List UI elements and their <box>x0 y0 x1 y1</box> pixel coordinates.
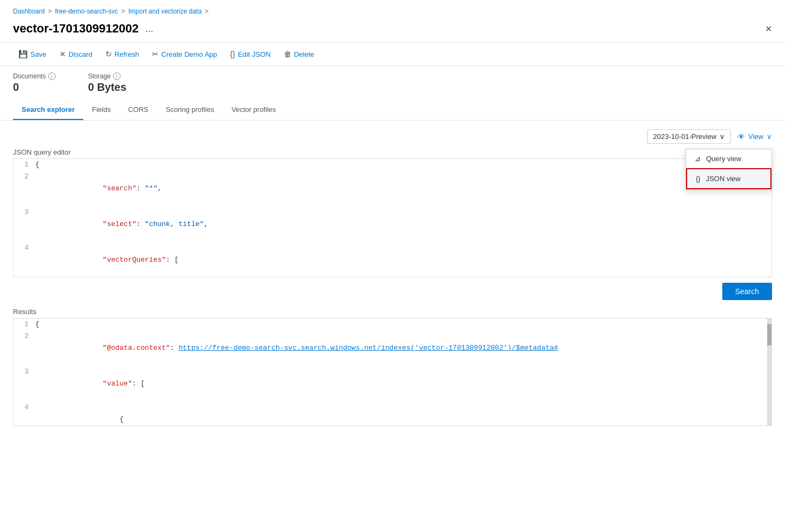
storage-label: Storage i <box>88 72 127 80</box>
editor-line-4: 4 "vectorQueries": [ <box>14 242 771 277</box>
result-num-4: 4 <box>14 402 35 426</box>
tab-search-explorer[interactable]: Search explorer <box>13 100 83 120</box>
version-row: 2023-10-01-Preview ∨ 👁 View ∨ ⊿ Query vi… <box>13 129 772 144</box>
storage-stat: Storage i 0 Bytes <box>88 72 127 94</box>
view-dropdown: ⊿ Query view {} JSON view <box>686 149 772 190</box>
documents-label: Documents i <box>13 72 56 80</box>
result-content-4: { <box>35 402 771 426</box>
line-num-3: 3 <box>14 207 35 242</box>
result-line-1: 1 { <box>14 318 771 330</box>
editor-line-2: 2 "search": "*", <box>14 171 771 207</box>
tab-scoring-profiles[interactable]: Scoring profiles <box>157 100 223 120</box>
stats-bar: Documents i 0 Storage i 0 Bytes <box>0 66 785 100</box>
delete-label: Delete <box>294 50 315 58</box>
result-line-4: 4 { <box>14 402 771 426</box>
tab-vector-profiles[interactable]: Vector profiles <box>223 100 284 120</box>
breadcrumb-sep-3: > <box>205 8 209 15</box>
query-view-label: Query view <box>706 155 741 163</box>
breadcrumb-sep-2: > <box>121 8 125 15</box>
ellipsis-button[interactable]: ... <box>145 23 153 35</box>
eye-icon: 👁 <box>737 132 745 141</box>
editor-container[interactable]: 1 { 2 "search": "*", 3 "select": "chunk,… <box>13 158 772 277</box>
editor-line-3: 3 "select": "chunk, title", <box>14 207 771 242</box>
tab-cors[interactable]: CORS <box>119 100 157 120</box>
documents-info-icon[interactable]: i <box>48 72 56 80</box>
line-content-3: "select": "chunk, title", <box>35 207 771 242</box>
breadcrumb-dashboard[interactable]: Dashboard <box>13 8 45 15</box>
tab-fields[interactable]: Fields <box>83 100 119 120</box>
save-icon: 💾 <box>18 50 28 58</box>
result-content-2: "@odata.context": https://free-demo-sear… <box>35 330 771 366</box>
version-selector[interactable]: 2023-10-01-Preview ∨ <box>647 129 731 144</box>
create-demo-app-button[interactable]: ✂ Create Demo App <box>147 47 222 61</box>
scroll-thumb <box>767 324 771 345</box>
view-button[interactable]: 👁 View ∨ <box>737 132 772 141</box>
save-button[interactable]: 💾 Save <box>13 47 52 61</box>
result-content-3: "value": [ <box>35 366 771 402</box>
result-content-1: { <box>35 318 771 330</box>
close-button[interactable]: ✕ <box>765 24 772 34</box>
result-line-2: 2 "@odata.context": https://free-demo-se… <box>14 330 771 366</box>
breadcrumb-search-svc[interactable]: free-demo-search-svc <box>55 8 118 15</box>
results-scrollbar[interactable] <box>767 318 771 425</box>
line-content-4: "vectorQueries": [ <box>35 242 771 277</box>
version-value: 2023-10-01-Preview <box>653 132 716 141</box>
breadcrumb: Dashboard > free-demo-search-svc > Impor… <box>0 0 785 19</box>
view-label: View <box>748 132 763 141</box>
page-title: vector-1701309912002 <box>13 22 138 36</box>
result-num-1: 1 <box>14 318 35 330</box>
discard-label: Discard <box>69 50 92 58</box>
json-view-label: JSON view <box>706 175 741 183</box>
result-line-3: 3 "value": [ <box>14 366 771 402</box>
save-label: Save <box>30 50 46 58</box>
title-bar: vector-1701309912002 ... ✕ <box>0 19 785 42</box>
storage-info-icon[interactable]: i <box>113 72 121 80</box>
storage-value: 0 Bytes <box>88 81 127 94</box>
search-button[interactable]: Search <box>722 283 772 300</box>
refresh-icon: ↻ <box>105 50 112 58</box>
results-section: Results 1 { 2 "@odata.context": https://… <box>13 308 772 426</box>
version-chevron-icon: ∨ <box>720 132 725 141</box>
results-container[interactable]: 1 { 2 "@odata.context": https://free-dem… <box>13 318 772 426</box>
line-num-1: 1 <box>14 159 35 171</box>
line-content-2: "search": "*", <box>35 171 771 207</box>
result-num-3: 3 <box>14 366 35 402</box>
title-bar-left: vector-1701309912002 ... <box>13 22 153 36</box>
query-view-option[interactable]: ⊿ Query view <box>686 149 771 168</box>
result-num-2: 2 <box>14 330 35 366</box>
tabs: Search explorer Fields CORS Scoring prof… <box>0 100 785 121</box>
editor-section: JSON query editor 1 { 2 "search": "*", 3… <box>13 148 772 277</box>
json-icon: {} <box>230 50 235 58</box>
documents-value: 0 <box>13 81 56 94</box>
delete-button[interactable]: 🗑 Delete <box>278 47 320 61</box>
results-label: Results <box>13 308 772 316</box>
discard-button[interactable]: ✕ Discard <box>54 47 98 61</box>
breadcrumb-import[interactable]: Import and vectorize data <box>128 8 201 15</box>
create-demo-label: Create Demo App <box>161 50 217 58</box>
editor-line-1: 1 { <box>14 159 771 171</box>
line-num-2: 2 <box>14 171 35 207</box>
filter-icon: ⊿ <box>695 155 701 163</box>
odata-link[interactable]: https://free-demo-search-svc.search.wind… <box>178 344 558 352</box>
editor-label: JSON query editor <box>13 148 772 156</box>
braces-icon: {} <box>696 175 701 183</box>
edit-json-label: Edit JSON <box>238 50 271 58</box>
discard-icon: ✕ <box>59 50 66 58</box>
line-num-4: 4 <box>14 242 35 277</box>
documents-stat: Documents i 0 <box>13 72 56 94</box>
toolbar: 💾 Save ✕ Discard ↻ Refresh ✂ Create Demo… <box>0 42 785 66</box>
breadcrumb-sep-1: > <box>48 8 52 15</box>
delete-icon: 🗑 <box>284 50 291 58</box>
edit-json-button[interactable]: {} Edit JSON <box>225 47 276 61</box>
search-button-row: Search <box>13 277 772 303</box>
main-content: 2023-10-01-Preview ∨ 👁 View ∨ ⊿ Query vi… <box>0 121 785 435</box>
refresh-button[interactable]: ↻ Refresh <box>100 47 145 61</box>
demo-icon: ✂ <box>152 50 158 58</box>
json-view-option[interactable]: {} JSON view <box>686 168 771 189</box>
refresh-label: Refresh <box>115 50 139 58</box>
line-content-1: { <box>35 159 771 171</box>
view-chevron-icon: ∨ <box>767 132 772 141</box>
page-container: Dashboard > free-demo-search-svc > Impor… <box>0 0 785 532</box>
